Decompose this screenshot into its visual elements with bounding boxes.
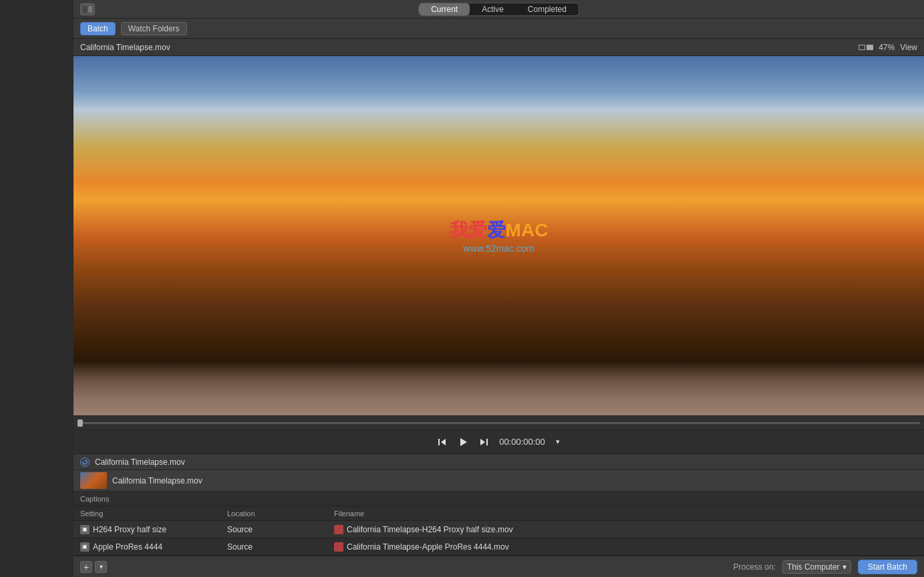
svg-rect-0 <box>438 439 440 445</box>
settings-col-location-header: Location <box>227 510 334 518</box>
svg-marker-1 <box>441 439 446 445</box>
skip-back-icon <box>438 437 447 447</box>
settings-cell-setting-0: ▣ H264 Proxy half size <box>80 525 227 534</box>
filename-icon-0 <box>334 525 343 534</box>
settings-cell-location-1: Source <box>227 542 334 552</box>
play-icon <box>458 437 468 447</box>
svg-marker-5 <box>83 461 85 463</box>
transport-controls: 00:00:00:00 ▾ <box>73 430 924 454</box>
bottom-right-controls: Process on: This Computer ▾ Start Batch <box>734 560 917 574</box>
filename-icon-1 <box>334 542 343 552</box>
settings-cell-setting-1: ▣ Apple ProRes 4444 <box>80 542 227 552</box>
file-list-header: California Timelapse.mov <box>73 454 924 470</box>
svg-rect-3 <box>486 439 488 445</box>
refresh-icon <box>82 459 88 465</box>
captions-label: Captions <box>80 495 109 503</box>
timeline-playhead[interactable] <box>78 419 83 427</box>
full-view-icon <box>867 45 873 50</box>
file-thumbnail <box>80 472 107 489</box>
batch-bar: Batch Watch Folders <box>73 19 924 39</box>
watch-folders-button[interactable]: Watch Folders <box>121 22 187 35</box>
batch-button[interactable]: Batch <box>80 22 116 35</box>
tab-current[interactable]: Current <box>419 3 470 15</box>
sidebar <box>0 0 73 577</box>
settings-row-1[interactable]: ▣ Apple ProRes 4444 Source California Ti… <box>73 538 924 556</box>
process-on-label: Process on: <box>734 562 776 572</box>
watermark-line1: 我爱爱MAC <box>450 218 549 243</box>
settings-cell-location-0: Source <box>227 525 334 534</box>
timecode-dropdown[interactable]: ▾ <box>556 437 560 446</box>
timecode-display: 00:00:00:00 <box>499 437 545 447</box>
top-bar: Current Active Completed <box>73 0 924 19</box>
video-preview: 我爱爱MAC www.52mac.com <box>73 56 924 415</box>
captions-row: Captions <box>73 492 924 506</box>
timeline[interactable] <box>73 415 924 430</box>
add-output-button[interactable]: + <box>80 561 92 573</box>
view-mode-icon[interactable] <box>859 45 873 50</box>
tab-completed[interactable]: Completed <box>516 3 579 15</box>
settings-col-setting-header: Setting <box>80 510 227 518</box>
settings-cell-filename-0: California Timelapse-H264 Proxy half siz… <box>334 525 917 534</box>
view-dropdown[interactable]: View <box>900 43 917 52</box>
add-output-arrow-button[interactable]: ▾ <box>95 561 107 573</box>
file-item-name: California Timelapse.mov <box>112 476 202 486</box>
skip-forward-icon <box>479 437 488 447</box>
main-content: Current Active Completed Batch Watch Fol… <box>73 0 924 577</box>
bottom-left-controls: + ▾ <box>80 561 107 573</box>
process-on-value: This Computer <box>787 562 840 572</box>
process-on-dropdown-icon: ▾ <box>842 562 846 572</box>
bottom-bar: + ▾ Process on: This Computer ▾ Start Ba… <box>73 556 924 577</box>
file-list-item[interactable]: California Timelapse.mov <box>73 470 924 492</box>
start-batch-button[interactable]: Start Batch <box>858 560 917 574</box>
watermark-ai: 爱 <box>487 220 506 240</box>
go-to-end-button[interactable] <box>479 437 488 447</box>
codec-icon-1: ▣ <box>80 542 90 552</box>
codec-icon-0: ▣ <box>80 525 90 534</box>
zoom-view-controls: 47% View <box>859 43 917 52</box>
timeline-track[interactable] <box>78 422 920 424</box>
zoom-level[interactable]: 47% <box>879 43 895 52</box>
file-list-header-name: California Timelapse.mov <box>95 457 185 467</box>
current-filename: California Timelapse.mov <box>80 43 170 52</box>
play-button[interactable] <box>458 437 468 447</box>
go-to-start-button[interactable] <box>438 437 447 447</box>
settings-cell-filename-1: California Timelapse-Apple ProRes 4444.m… <box>334 542 917 552</box>
svg-marker-4 <box>480 439 485 445</box>
split-view-icon <box>859 45 865 50</box>
watermark-mac: MAC <box>506 220 549 240</box>
settings-row-0[interactable]: ▣ H264 Proxy half size Source California… <box>73 521 924 538</box>
file-status-icon <box>80 457 90 467</box>
watermark-wo: 我爱 <box>450 220 487 240</box>
video-frame: 我爱爱MAC www.52mac.com <box>73 56 924 415</box>
settings-col-filename-header: Filename <box>334 510 917 518</box>
tab-active[interactable]: Active <box>470 3 516 15</box>
svg-marker-2 <box>460 438 467 446</box>
filename-bar: California Timelapse.mov 47% View <box>73 39 924 56</box>
process-on-select[interactable]: This Computer ▾ <box>782 560 851 574</box>
settings-table-header: Setting Location Filename <box>73 506 924 521</box>
tab-group: Current Active Completed <box>418 3 579 16</box>
watermark: 我爱爱MAC www.52mac.com <box>450 218 549 254</box>
sidebar-toggle-btn[interactable] <box>80 3 95 15</box>
watermark-url: www.52mac.com <box>450 243 549 254</box>
